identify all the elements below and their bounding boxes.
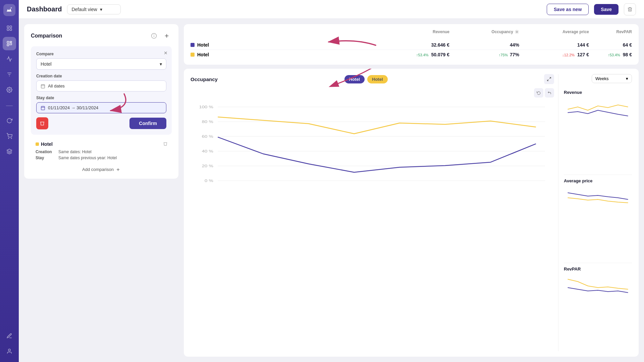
- svg-text:0 %: 0 %: [205, 179, 213, 183]
- stats-avg-price-2: ↓12.2% 127 €: [522, 52, 589, 57]
- stats-col-avg-price: Average price: [522, 29, 589, 34]
- svg-rect-26: [41, 106, 45, 110]
- svg-rect-2: [10, 26, 12, 27]
- hotel-color-indicator: [36, 142, 39, 146]
- sidebar-item-user[interactable]: [3, 345, 16, 358]
- svg-rect-22: [41, 84, 45, 88]
- stats-revpar-1: 64 €: [592, 42, 632, 48]
- chevron-down-icon: ▾: [100, 7, 102, 12]
- creation-date-input[interactable]: All dates: [36, 80, 166, 92]
- stats-occupancy-2: ↑75% 77%: [452, 52, 519, 57]
- stats-col-hotel: [191, 29, 380, 34]
- mini-chart-revenue-title: Revenue: [564, 90, 632, 95]
- comparison-title: Comparison: [31, 33, 62, 39]
- hotel-row-delete-button[interactable]: [163, 141, 168, 147]
- svg-text:40 %: 40 %: [202, 149, 213, 154]
- comparison-card: Comparison ✕ Compare Hot: [24, 24, 178, 179]
- svg-marker-15: [7, 149, 12, 152]
- hotel-row-name: Hotel: [36, 141, 167, 147]
- mini-chart-avg-price-title: Average price: [564, 178, 632, 183]
- svg-point-13: [8, 138, 9, 139]
- stats-revenue-2: ↑53.4% 50.079 €: [382, 52, 449, 57]
- chart-area: Occupancy Hotel Hotel: [184, 69, 639, 357]
- header: Dashboard Default view ▾ Save as new Sav…: [19, 0, 644, 19]
- svg-rect-4: [10, 29, 12, 31]
- sidebar-item-dashboard[interactable]: [3, 37, 16, 50]
- stats-revpar-2: ↑53.4% 98 €: [592, 52, 632, 57]
- filter-actions: Confirm: [36, 117, 166, 129]
- hotel-row-dates: Creation Same dates: Hotel Stay Same dat…: [36, 149, 167, 160]
- mini-chart-revpar: RevPAR: [564, 263, 632, 351]
- chart-undo-button[interactable]: [545, 88, 554, 98]
- svg-point-0: [11, 7, 12, 9]
- sidebar-item-divider[interactable]: —: [3, 99, 16, 112]
- sidebar-item-layers[interactable]: [3, 145, 16, 158]
- weeks-select[interactable]: Weeks ▾: [592, 74, 632, 83]
- stats-col-occupancy: Occupancy: [452, 29, 519, 34]
- sidebar-item-filter[interactable]: [3, 68, 16, 81]
- add-comparison-button[interactable]: Add comparison: [31, 164, 172, 172]
- svg-point-12: [9, 89, 10, 91]
- sidebar-item-cart[interactable]: [3, 129, 16, 143]
- sidebar-item-pen[interactable]: [3, 329, 16, 343]
- revenue-sparkline: [564, 98, 632, 118]
- main-chart: Occupancy Hotel Hotel: [191, 74, 554, 351]
- page-title: Dashboard: [27, 5, 62, 13]
- svg-point-32: [516, 31, 518, 33]
- compare-label: Compare: [36, 52, 166, 56]
- mini-chart-avg-price: Average price: [564, 175, 632, 263]
- save-as-new-button[interactable]: Save as new: [547, 4, 589, 15]
- left-panel: Comparison ✕ Compare Hot: [24, 24, 178, 357]
- svg-rect-5: [7, 41, 9, 43]
- chart-svg-container: 100 % 80 % 60 % 40 % 20 % 0 %: [191, 100, 554, 351]
- confirm-button[interactable]: Confirm: [129, 118, 166, 129]
- delete-filter-button[interactable]: [36, 117, 48, 129]
- save-button[interactable]: Save: [594, 4, 619, 15]
- avg-price-sparkline: [564, 186, 632, 206]
- chart-expand-button[interactable]: [544, 74, 554, 84]
- chevron-down-icon: ▾: [626, 76, 628, 81]
- chevron-down-icon: ▾: [160, 61, 162, 67]
- occupancy-chart: 100 % 80 % 60 % 40 % 20 % 0 %: [191, 100, 554, 194]
- svg-text:80 %: 80 %: [202, 120, 213, 124]
- sidebar-item-home[interactable]: [3, 21, 16, 35]
- svg-point-14: [11, 138, 12, 139]
- svg-rect-1: [7, 26, 9, 27]
- revpar-sparkline: [564, 274, 632, 294]
- compare-select[interactable]: Hotel ▾: [36, 58, 166, 70]
- content-area: Comparison ✕ Compare Hot: [19, 19, 644, 362]
- add-comparison-header-button[interactable]: [162, 31, 172, 41]
- stats-header: Revenue Occupancy Average price RevPAR: [191, 29, 632, 37]
- chart-title: Occupancy: [191, 76, 342, 82]
- stats-table: Revenue Occupancy Average price RevPAR H…: [184, 24, 639, 65]
- hotel-chip-2[interactable]: Hotel: [367, 75, 388, 83]
- hotel-chip-1[interactable]: Hotel: [344, 75, 365, 83]
- sidebar-logo[interactable]: [3, 4, 15, 16]
- filter-card: ✕ Compare Hotel ▾ Creation date All date…: [31, 46, 172, 135]
- sidebar-item-settings[interactable]: [3, 83, 16, 97]
- mini-chart-revpar-title: RevPAR: [564, 266, 632, 272]
- right-panel: Revenue Occupancy Average price RevPAR H…: [184, 24, 639, 357]
- svg-point-16: [8, 349, 10, 351]
- stats-row-1: Hotel 32.646 € 44% 144 € 64 €: [191, 40, 632, 50]
- mini-charts-panel: Weeks ▾ Revenue Average p: [558, 74, 632, 351]
- sidebar-item-refresh[interactable]: [3, 114, 16, 127]
- stay-date-label: Stay date: [36, 96, 166, 100]
- svg-rect-7: [10, 43, 12, 45]
- creation-date-label: Creation date: [36, 74, 166, 78]
- chart-refresh-button[interactable]: [534, 88, 543, 98]
- sidebar-item-chart[interactable]: [3, 52, 16, 66]
- delete-view-button[interactable]: [624, 3, 636, 15]
- comparison-header: Comparison: [31, 31, 172, 41]
- stats-col-revenue: Revenue: [382, 29, 449, 34]
- mini-chart-revenue: Revenue: [564, 90, 632, 175]
- svg-rect-8: [7, 44, 9, 46]
- stats-row-2: Hotel ↑53.4% 50.079 € ↑75% 77% ↓12.2% 12…: [191, 50, 632, 59]
- filter-close-button[interactable]: ✕: [164, 50, 168, 56]
- view-select[interactable]: Default view ▾: [67, 4, 121, 14]
- stats-revenue-1: 32.646 €: [382, 42, 449, 48]
- info-button[interactable]: [149, 31, 159, 41]
- stats-col-revpar: RevPAR: [592, 29, 632, 34]
- comparison-actions: [149, 31, 172, 41]
- stay-date-input[interactable]: 01/11/2024 → 30/11/2024: [36, 102, 166, 113]
